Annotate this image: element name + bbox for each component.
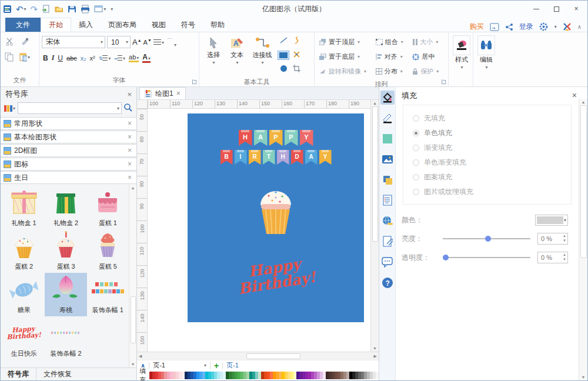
tab-page-layout[interactable]: 页面布局 bbox=[101, 18, 144, 32]
radio-icon[interactable] bbox=[413, 115, 419, 122]
symbol-search-box[interactable]: ▾ bbox=[18, 102, 122, 114]
font-size-combobox[interactable]: 10▾ bbox=[107, 36, 131, 48]
pages-icon[interactable] bbox=[380, 173, 395, 187]
settings-gear-icon[interactable] bbox=[539, 22, 548, 31]
symbol-candy[interactable]: 糖果 bbox=[3, 273, 45, 316]
underline-button[interactable]: U bbox=[58, 54, 63, 62]
option-gradient-fill[interactable]: 渐变填充 bbox=[413, 141, 571, 155]
library-close-icon[interactable]: × bbox=[128, 119, 132, 128]
edit-button[interactable]: 编辑▾ bbox=[476, 34, 497, 70]
close-button[interactable]: × bbox=[567, 3, 585, 15]
fill-panel-close-icon[interactable]: × bbox=[572, 91, 577, 100]
pennant-flag[interactable]: B bbox=[220, 150, 233, 165]
drawing-canvas[interactable]: 100110120130140150160170180190 506070809… bbox=[137, 100, 379, 352]
help-icon[interactable]: ? bbox=[380, 276, 395, 290]
radio-icon[interactable] bbox=[413, 145, 419, 151]
library-category-bar[interactable]: 基本绘图形状 × bbox=[1, 131, 136, 143]
slider-handle[interactable] bbox=[443, 255, 449, 260]
library-close-icon[interactable]: × bbox=[128, 146, 132, 155]
maximize-button[interactable] bbox=[547, 3, 565, 15]
page-selector[interactable]: 页-1 bbox=[153, 361, 165, 370]
text-tool-button[interactable]: A 文本▾ bbox=[225, 34, 249, 76]
search-history-caret-icon[interactable]: ▾ bbox=[117, 106, 119, 111]
bring-to-front-button[interactable]: 置于顶层▾ bbox=[319, 38, 370, 46]
connector-tool-button[interactable]: 连接线▾ bbox=[249, 34, 276, 76]
save-button[interactable] bbox=[68, 5, 76, 14]
pennant-flag[interactable]: I bbox=[235, 150, 247, 165]
slider-handle[interactable] bbox=[485, 236, 491, 242]
pennant-flag[interactable]: P bbox=[285, 130, 298, 146]
import-file-button[interactable] bbox=[42, 5, 51, 14]
rectangle-tool-icon[interactable] bbox=[278, 51, 289, 60]
pennant-flag[interactable]: A bbox=[305, 150, 318, 165]
option-no-fill[interactable]: 无填充 bbox=[413, 111, 571, 126]
ellipse-tool-icon[interactable] bbox=[280, 65, 288, 74]
scroll-up-icon[interactable]: ▲ bbox=[580, 99, 587, 105]
export-button[interactable]: ▾ bbox=[94, 5, 106, 13]
strikethrough-button[interactable]: abc bbox=[66, 55, 77, 62]
pennant-flag[interactable]: H bbox=[239, 130, 252, 146]
page-selector-caret-icon[interactable]: ▾ bbox=[204, 363, 206, 368]
cut-icon[interactable] bbox=[4, 36, 15, 47]
pennant-flag[interactable]: Y bbox=[319, 150, 332, 165]
document-tab-close-icon[interactable]: × bbox=[176, 89, 181, 98]
symbol-library-close-icon[interactable]: × bbox=[127, 90, 132, 99]
buy-button[interactable]: 购买 bbox=[470, 22, 484, 32]
bold-button[interactable]: B bbox=[43, 54, 48, 62]
text-arc-button[interactable]: ⌒▾ bbox=[166, 37, 176, 48]
symbol-happy-birthday-text[interactable]: HappyBirthday! 生日快乐 bbox=[3, 316, 45, 360]
opacity-slider[interactable] bbox=[443, 257, 530, 258]
symbol-cake-2[interactable]: 蛋糕 2 bbox=[3, 229, 45, 273]
pennant-flag[interactable]: A bbox=[254, 130, 268, 146]
open-file-button[interactable] bbox=[55, 5, 64, 13]
italic-button[interactable]: I bbox=[52, 54, 55, 62]
font-color-button[interactable]: A▾ bbox=[142, 53, 151, 63]
share-icon[interactable] bbox=[505, 23, 513, 31]
library-close-icon[interactable]: × bbox=[128, 160, 132, 168]
align-objects-button[interactable]: 对齐▾ bbox=[376, 52, 407, 61]
option-solid-fill[interactable]: 单色填充 bbox=[413, 126, 571, 141]
select-tool-button[interactable]: 选择▾ bbox=[202, 34, 225, 76]
line-spacing-button[interactable]: ⇅▾ bbox=[99, 55, 111, 61]
add-page-button[interactable]: + bbox=[214, 361, 219, 370]
pennant-flag[interactable]: D bbox=[291, 150, 303, 165]
library-close-icon[interactable]: × bbox=[128, 133, 132, 141]
fill-tool-icon[interactable] bbox=[380, 91, 395, 105]
pennant-flag[interactable]: P bbox=[269, 130, 283, 146]
quick-color-icon[interactable] bbox=[380, 132, 395, 146]
radio-icon[interactable] bbox=[413, 189, 419, 195]
radio-icon[interactable] bbox=[413, 130, 419, 136]
banner-happy[interactable]: HAPPY bbox=[188, 130, 364, 146]
superscript-button[interactable]: x² bbox=[90, 55, 95, 62]
brightness-slider[interactable] bbox=[443, 238, 530, 239]
minimize-button[interactable] bbox=[527, 3, 545, 15]
print-button[interactable] bbox=[81, 5, 90, 14]
pennant-flag[interactable]: H bbox=[277, 150, 289, 165]
symbol-banner-2[interactable]: 装饰条幅 2 bbox=[45, 316, 86, 360]
tab-view[interactable]: 视图 bbox=[144, 18, 173, 32]
symbol-grid-scrollbar[interactable]: ▲ ▼ bbox=[129, 185, 136, 367]
redo-button[interactable]: ↷ bbox=[31, 5, 38, 14]
tab-symbols[interactable]: 符号 bbox=[173, 18, 203, 32]
protect-button[interactable]: 保护▾ bbox=[412, 67, 442, 76]
size-button[interactable]: 大小▾ bbox=[412, 38, 442, 46]
library-close-icon[interactable]: × bbox=[128, 173, 132, 182]
style-button[interactable]: 样式▾ bbox=[451, 34, 472, 70]
scroll-up-icon[interactable]: ▲ bbox=[371, 100, 379, 106]
arrange-dialog-launcher[interactable] bbox=[442, 79, 446, 84]
freeform-tool-icon[interactable] bbox=[293, 51, 300, 60]
scroll-down-icon[interactable]: ▼ bbox=[371, 345, 379, 352]
symbol-banner-1[interactable]: 装饰条幅 1 bbox=[87, 273, 129, 316]
canvas-horizontal-scrollbar[interactable]: ◀ ▶ bbox=[137, 352, 379, 360]
library-category-bar[interactable]: 2D框图 × bbox=[1, 144, 136, 157]
bullet-list-button[interactable]: ••▾ bbox=[114, 55, 125, 61]
center-button[interactable]: 居中 bbox=[412, 52, 442, 61]
symbol-cake-3[interactable]: 蛋糕 3 bbox=[45, 229, 86, 273]
collapse-ribbon-icon[interactable]: ∧ bbox=[577, 24, 582, 30]
font-name-combobox[interactable]: 宋体▾ bbox=[42, 36, 105, 48]
opacity-value[interactable]: 0 %▲▼ bbox=[537, 252, 568, 263]
symbol-search-input[interactable] bbox=[20, 105, 116, 112]
tab-symbol-library[interactable]: 符号库 bbox=[1, 368, 36, 380]
rotate-mirror-button[interactable]: 旋转和镜像▾ bbox=[319, 67, 370, 76]
settings-caret-icon[interactable]: ▾ bbox=[554, 24, 557, 29]
